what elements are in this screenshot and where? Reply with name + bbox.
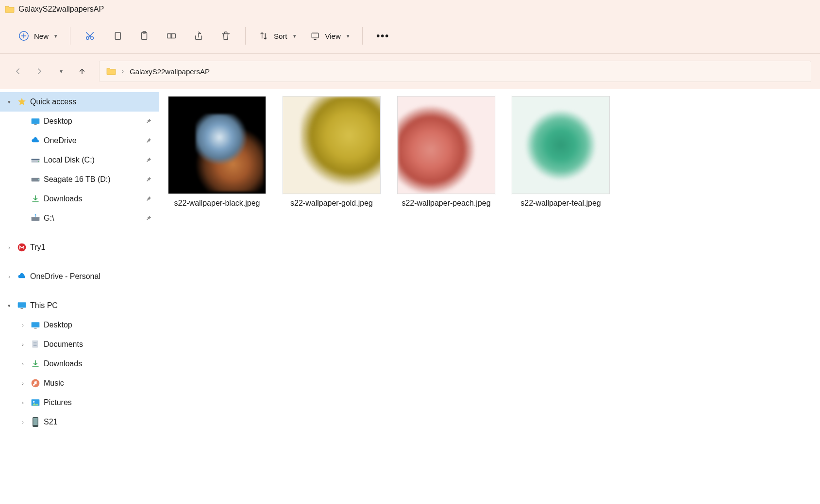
chevron-right-icon: › [18, 341, 27, 347]
sidebar-pinned-item[interactable]: Downloads [0, 189, 159, 209]
file-name: s22-wallpaper-gold.jpeg [290, 199, 373, 208]
sort-label: Sort [274, 32, 287, 40]
file-thumbnail [397, 96, 495, 194]
sidebar-item-label: Music [44, 379, 155, 388]
chevron-right-icon: › [5, 274, 14, 279]
title-bar: GalaxyS22wallpapersAP [0, 0, 820, 18]
phone-icon [30, 417, 41, 427]
sidebar-item-onedrive-personal[interactable]: › OneDrive - Personal [0, 267, 159, 286]
sidebar-pc-item[interactable]: ›S21 [0, 412, 159, 432]
pin-icon [145, 176, 152, 183]
chevron-down-icon: ▾ [54, 33, 57, 39]
more-button[interactable]: ••• [370, 25, 396, 47]
file-item[interactable]: s22-wallpaper-black.jpeg [168, 96, 266, 208]
navigation-pane: ▾ Quick access DesktopOneDriveLocal Disk… [0, 89, 159, 504]
pin-icon [145, 118, 152, 125]
back-button[interactable] [9, 62, 27, 81]
download-icon [30, 359, 41, 368]
svg-point-15 [38, 179, 39, 180]
music-icon [30, 378, 41, 388]
download-icon [30, 195, 41, 203]
sidebar-pc-item[interactable]: ›Documents [0, 335, 159, 354]
separator [245, 27, 246, 45]
sidebar-item-quick-access[interactable]: ▾ Quick access [0, 92, 159, 112]
sidebar-item-label: Downloads [44, 359, 155, 368]
svg-rect-3 [115, 33, 120, 40]
sidebar-pinned-item[interactable]: ?G:\ [0, 209, 159, 228]
cut-button[interactable] [78, 25, 101, 47]
chevron-right-icon: › [122, 68, 124, 75]
ellipsis-icon: ••• [376, 31, 389, 42]
file-item[interactable]: s22-wallpaper-teal.jpeg [512, 96, 610, 208]
svg-rect-19 [18, 302, 26, 308]
star-icon [17, 97, 27, 107]
chevron-down-icon: ▾ [5, 303, 14, 309]
share-button[interactable] [187, 25, 210, 47]
file-explorer-window: GalaxyS22wallpapersAP New ▾ [0, 0, 820, 504]
svg-rect-12 [32, 159, 40, 161]
paste-button[interactable] [133, 25, 156, 47]
onedrive-personal-label: OneDrive - Personal [30, 272, 155, 281]
file-thumbnail [283, 96, 381, 194]
chevron-right-icon: › [5, 244, 14, 250]
disk-icon [30, 156, 41, 164]
svg-point-26 [33, 401, 34, 403]
breadcrumb-current[interactable]: GalaxyS22wallpapersAP [128, 66, 212, 77]
new-button[interactable]: New ▾ [14, 28, 62, 44]
chevron-down-icon: ▾ [5, 99, 14, 105]
sidebar-item-label: Pictures [44, 398, 155, 407]
sidebar-item-label: Documents [44, 340, 155, 349]
delete-button[interactable] [214, 25, 237, 47]
sidebar-item-this-pc[interactable]: ▾ This PC [0, 296, 159, 315]
pin-icon [145, 195, 152, 202]
sidebar-pc-item[interactable]: ›Downloads [0, 354, 159, 374]
rename-button[interactable] [160, 25, 183, 47]
copy-icon [112, 31, 122, 41]
forward-button[interactable] [30, 62, 49, 81]
sidebar-pc-item[interactable]: ›Pictures [0, 393, 159, 412]
breadcrumb-root[interactable] [104, 66, 118, 76]
onedrive-icon [30, 137, 41, 144]
sort-button[interactable]: Sort ▾ [253, 28, 301, 44]
file-thumbnail [168, 96, 266, 194]
file-item[interactable]: s22-wallpaper-gold.jpeg [283, 96, 381, 208]
sidebar-pinned-item[interactable]: Desktop [0, 112, 159, 131]
chevron-down-icon: ▾ [60, 68, 63, 75]
scissors-icon [84, 31, 95, 41]
sidebar-pinned-item[interactable]: OneDrive [0, 131, 159, 150]
recent-locations-button[interactable]: ▾ [51, 62, 70, 81]
content-pane[interactable]: s22-wallpaper-black.jpegs22-wallpaper-go… [159, 89, 820, 504]
command-bar: New ▾ Sort ▾ [0, 18, 820, 54]
svg-rect-16 [32, 217, 40, 221]
sidebar-item-try1[interactable]: › Try1 [0, 238, 159, 257]
clipboard-icon [139, 31, 150, 41]
svg-text:?: ? [34, 214, 36, 217]
chevron-right-icon: › [18, 380, 27, 386]
pin-icon [145, 137, 152, 144]
sidebar-pinned-item[interactable]: Local Disk (C:) [0, 150, 159, 170]
trash-icon [220, 31, 231, 41]
sidebar-item-label: Downloads [44, 195, 142, 203]
address-bar[interactable]: › GalaxyS22wallpapersAP [99, 61, 811, 82]
svg-rect-10 [34, 124, 37, 125]
sort-icon [258, 31, 269, 41]
chevron-right-icon: › [18, 361, 27, 367]
sidebar-pinned-item[interactable]: Seagate 16 TB (D:) [0, 170, 159, 189]
try1-label: Try1 [30, 243, 155, 252]
svg-point-13 [38, 161, 39, 162]
address-row: ▾ › GalaxyS22wallpapersAP [0, 54, 820, 89]
view-button[interactable]: View ▾ [305, 28, 354, 44]
copy-button[interactable] [105, 25, 129, 47]
up-button[interactable] [73, 62, 91, 81]
view-icon [310, 31, 320, 41]
pin-icon [145, 157, 152, 163]
file-name: s22-wallpaper-peach.jpeg [402, 199, 490, 208]
window-title: GalaxyS22wallpapersAP [18, 5, 104, 14]
sidebar-pc-item[interactable]: ›Music [0, 374, 159, 393]
chevron-down-icon: ▾ [347, 33, 350, 39]
sidebar-pc-item[interactable]: ›Desktop [0, 315, 159, 335]
svg-rect-22 [34, 328, 37, 329]
chevron-right-icon: › [18, 322, 27, 328]
svg-rect-21 [32, 322, 40, 327]
file-item[interactable]: s22-wallpaper-peach.jpeg [397, 96, 495, 208]
